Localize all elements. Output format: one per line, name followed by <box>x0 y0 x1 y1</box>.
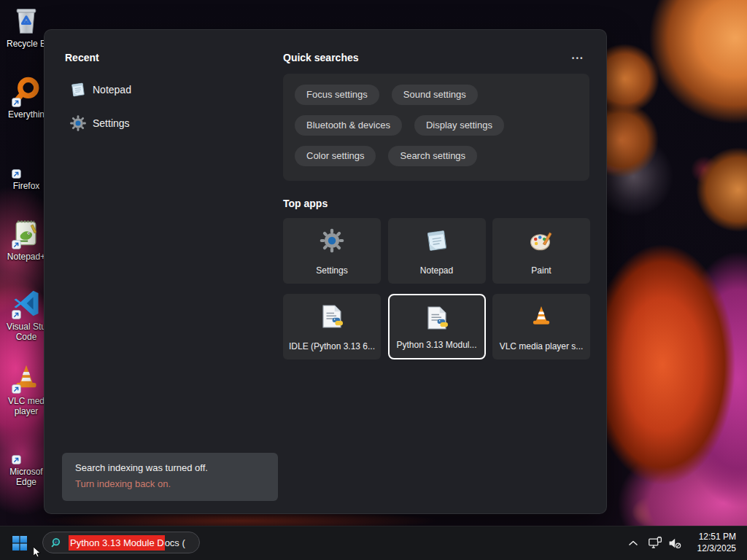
mouse-cursor <box>31 545 44 559</box>
recent-item-label: Notepad <box>93 84 131 96</box>
quick-search-pill[interactable]: Color settings <box>295 146 376 166</box>
vlc-cone-icon <box>10 362 42 394</box>
ellipsis-icon: ••• <box>572 55 584 62</box>
notice-message: Search indexing was turned off. <box>75 462 265 473</box>
quick-search-pill[interactable]: Search settings <box>388 146 477 166</box>
paint-icon <box>528 228 554 254</box>
python-file-icon <box>319 303 345 330</box>
quick-searches-title: Quick searches <box>283 52 359 63</box>
recent-section-title: Recent <box>65 52 99 63</box>
shortcut-arrow-icon <box>12 98 21 107</box>
search-query-text: Python 3.13 Module Docs ( <box>69 537 185 548</box>
top-app-tile-notepad[interactable]: Notepad <box>388 218 486 284</box>
selected-query-text: Python 3.13 Module D <box>69 535 165 551</box>
quick-search-pill[interactable]: Display settings <box>414 115 504 136</box>
shortcut-arrow-icon <box>12 310 21 319</box>
turn-indexing-on-link[interactable]: Turn indexing back on. <box>75 478 265 489</box>
start-button[interactable] <box>11 534 28 552</box>
clock-date: 12/3/2025 <box>697 542 736 554</box>
more-options-button[interactable]: ••• <box>569 52 587 65</box>
search-icon <box>50 537 63 549</box>
shortcut-arrow-icon <box>12 169 21 179</box>
top-app-tile-idle-python[interactable]: IDLE (Python 3.13 6... <box>283 294 381 359</box>
tile-label: Notepad <box>388 265 486 276</box>
tile-label: IDLE (Python 3.13 6... <box>283 341 381 351</box>
visual-studio-code-icon <box>10 287 42 319</box>
tray-clock[interactable]: 12:51 PM 12/3/2025 <box>697 531 736 554</box>
vlc-cone-icon <box>528 303 554 330</box>
python-file-icon <box>424 305 450 331</box>
microsoft-edge-icon <box>10 432 42 464</box>
top-apps-grid: Settings Notepad <box>283 218 590 359</box>
notepad-plus-plus-icon <box>10 217 42 249</box>
clock-time: 12:51 PM <box>697 531 736 542</box>
recycle-bin-icon <box>10 4 42 36</box>
quick-search-pill[interactable]: Focus settings <box>295 85 379 105</box>
notepad-icon <box>424 228 450 254</box>
top-app-tile-python-module-docs[interactable]: Python 3.13 Modul... <box>388 294 486 359</box>
tile-label: Paint <box>492 265 590 276</box>
top-app-tile-vlc[interactable]: VLC media player s... <box>492 294 590 359</box>
tray-chevron-up-icon[interactable] <box>627 537 639 549</box>
tile-label: Settings <box>283 265 381 276</box>
quick-search-pill[interactable]: Bluetooth & devices <box>295 115 402 136</box>
recent-item-label: Settings <box>93 117 130 129</box>
search-indexing-notice: Search indexing was turned off. Turn ind… <box>62 453 278 501</box>
settings-gear-icon <box>319 228 345 254</box>
top-apps-title: Top apps <box>283 198 328 209</box>
shortcut-arrow-icon <box>12 240 21 249</box>
top-app-tile-settings[interactable]: Settings <box>283 218 381 284</box>
recent-item-notepad[interactable]: Notepad <box>63 77 246 103</box>
quick-search-pill[interactable]: Sound settings <box>392 85 478 105</box>
shortcut-arrow-icon <box>12 455 21 464</box>
everything-search-icon <box>10 75 42 107</box>
tray-network-ethernet-icon[interactable] <box>648 536 662 551</box>
quick-searches-card: Focus settings Sound settings Bluetooth … <box>283 74 589 181</box>
recent-item-settings[interactable]: Settings <box>63 110 246 136</box>
settings-gear-icon <box>69 114 87 132</box>
tray-volume-muted-icon[interactable] <box>667 536 682 551</box>
search-flyout-panel: Recent Notepad <box>44 29 607 514</box>
tile-label: Python 3.13 Modul... <box>390 340 484 350</box>
taskbar-search-input[interactable]: Python 3.13 Module Docs ( <box>42 532 200 553</box>
tile-label: VLC media player s... <box>492 341 590 351</box>
top-app-tile-paint[interactable]: Paint <box>492 218 590 284</box>
shortcut-arrow-icon <box>12 384 21 394</box>
taskbar: Python 3.13 Module Docs ( 12:51 PM 12/3/… <box>0 526 747 560</box>
firefox-icon <box>10 147 42 179</box>
notepad-icon <box>69 81 87 98</box>
unselected-query-text: ocs ( <box>165 537 185 548</box>
windows-logo-icon <box>11 534 28 552</box>
